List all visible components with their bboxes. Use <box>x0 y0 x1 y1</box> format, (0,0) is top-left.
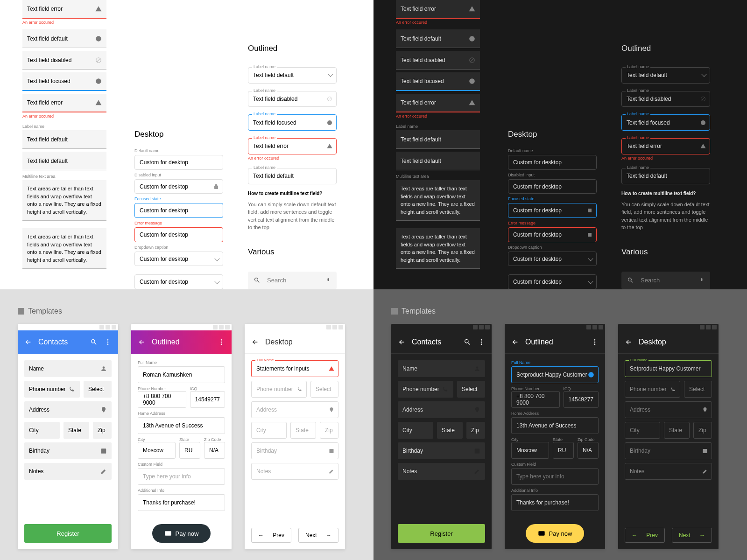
select-dropdown[interactable]: Select <box>310 381 338 398</box>
text-field-error[interactable]: Text field error <box>396 0 480 19</box>
zip-input[interactable]: Zip <box>466 422 485 439</box>
text-field-error[interactable]: Text field error <box>22 94 106 112</box>
outlined-field-error[interactable]: Label nameText field error <box>248 138 337 154</box>
paynow-button[interactable]: Pay now <box>526 524 585 543</box>
arrow-back-icon[interactable] <box>398 338 405 346</box>
notes-input[interactable]: Notes <box>251 463 338 480</box>
desktop-input-focused[interactable]: Custom for desktop <box>508 203 597 218</box>
desktop-input-error[interactable]: Custom for desktop <box>508 227 597 242</box>
address-input[interactable]: 13th Avenue of Success <box>138 417 225 434</box>
more-vert-icon[interactable] <box>478 338 485 346</box>
phone-input[interactable]: Phone number <box>251 381 307 398</box>
outlined-field-error[interactable]: Label nameText field error <box>621 138 710 154</box>
outlined-field-default[interactable]: Label nameText field default <box>248 67 337 84</box>
custom-input[interactable]: Type here your info <box>511 468 599 485</box>
multiline-text-area[interactable]: Text areas are taller than text fields a… <box>22 228 106 269</box>
desktop-input-default[interactable]: Custom for desktop <box>134 155 223 170</box>
notes-input[interactable]: Notes <box>625 463 712 480</box>
state-dropdown[interactable]: State <box>664 422 690 439</box>
city-input[interactable]: City <box>398 422 433 439</box>
arrow-back-icon[interactable] <box>251 338 259 346</box>
clear-icon[interactable] <box>469 78 475 84</box>
text-field-error[interactable]: Text field error <box>22 0 106 19</box>
text-field-default[interactable]: Text field default <box>22 29 106 48</box>
desktop-dropdown[interactable]: Custom for desktop <box>508 274 597 289</box>
address-input[interactable]: Address <box>251 401 338 418</box>
fullname-input[interactable]: Roman Kamushken <box>138 366 225 383</box>
arrow-back-icon[interactable] <box>24 338 32 346</box>
outlined-field-focused[interactable]: Label nameText field focused <box>248 114 337 131</box>
text-field-focused[interactable]: Text field focused <box>22 72 106 91</box>
notes-input[interactable]: Notes <box>398 463 485 480</box>
desktop-input-focused[interactable]: Custom for desktop <box>134 203 223 218</box>
next-button[interactable]: Next → <box>672 528 712 543</box>
icq-input[interactable]: 14549277 <box>190 391 225 408</box>
clear-icon[interactable] <box>700 120 706 126</box>
state-input[interactable]: RU <box>553 442 574 459</box>
register-button[interactable]: Register <box>398 524 485 543</box>
desktop-input-error[interactable]: Custom for desktop <box>134 227 223 242</box>
clear-icon[interactable] <box>327 120 332 126</box>
text-field-error[interactable]: Text field error <box>396 94 480 112</box>
text-field-default[interactable]: Text field default <box>22 152 106 170</box>
search-bar[interactable]: Search <box>248 272 337 289</box>
info-input[interactable]: Thanks for purchase! <box>138 494 225 511</box>
address-input[interactable]: 13th Avenue of Success <box>511 417 599 434</box>
select-dropdown[interactable]: Select <box>84 381 112 398</box>
info-input[interactable]: Thanks for purchase! <box>511 494 599 511</box>
clear-icon[interactable] <box>587 208 592 213</box>
search-icon[interactable] <box>464 338 471 346</box>
city-input[interactable]: City <box>625 422 660 439</box>
notes-input[interactable]: Notes <box>24 463 112 480</box>
zip-input[interactable]: Zip <box>93 422 112 439</box>
fullname-input[interactable]: Full NameStatements for inputs <box>251 360 338 377</box>
multiline-text-area[interactable]: Text areas are taller than text fields a… <box>396 228 480 269</box>
city-input[interactable]: City <box>24 422 60 439</box>
city-input[interactable]: Moscow <box>511 442 549 459</box>
address-input[interactable]: Address <box>625 401 712 418</box>
outlined-field-default[interactable]: Label nameText field default <box>248 168 337 184</box>
clear-icon[interactable] <box>95 35 102 42</box>
arrow-back-icon[interactable] <box>511 338 519 346</box>
text-field-labeled[interactable]: Text field default <box>396 130 480 149</box>
desktop-dropdown[interactable]: Custom for desktop <box>134 252 223 266</box>
state-input[interactable]: RU <box>179 442 200 459</box>
birthday-input[interactable]: Birthday <box>398 442 485 459</box>
clear-icon[interactable] <box>587 232 592 238</box>
register-button[interactable]: Register <box>24 524 112 543</box>
text-field-focused[interactable]: Text field focused <box>396 72 480 91</box>
phone-input[interactable]: Phone number <box>24 381 80 398</box>
multiline-text-area[interactable]: Text areas are taller than text fields a… <box>22 180 106 221</box>
icq-input[interactable]: 14549277 <box>564 391 599 408</box>
address-input[interactable]: Address <box>398 401 485 418</box>
fullname-input[interactable]: Setproduct Happy Customer <box>511 366 599 383</box>
search-bar[interactable]: Search <box>621 272 710 289</box>
mic-icon[interactable] <box>325 277 331 284</box>
prev-button[interactable]: ← Prev <box>251 528 291 543</box>
paynow-button[interactable]: Pay now <box>152 524 211 543</box>
zip-input[interactable]: N/A <box>204 442 225 459</box>
address-input[interactable]: Address <box>24 401 112 418</box>
text-field-default[interactable]: Text field default <box>396 29 480 48</box>
custom-input[interactable]: Type here your info <box>138 468 225 485</box>
phone-input[interactable]: +8 800 700 9000 <box>511 391 560 408</box>
city-input[interactable]: Moscow <box>138 442 176 459</box>
next-button[interactable]: Next → <box>298 528 338 543</box>
more-vert-icon[interactable] <box>591 338 599 346</box>
state-dropdown[interactable]: State <box>63 422 89 439</box>
birthday-input[interactable]: Birthday <box>625 442 712 459</box>
clear-icon[interactable] <box>469 35 475 42</box>
outlined-field-default[interactable]: Label nameText field default <box>621 168 710 184</box>
birthday-input[interactable]: Birthday <box>24 442 112 459</box>
prev-button[interactable]: ← Prev <box>625 528 665 543</box>
city-input[interactable]: City <box>251 422 287 439</box>
name-input[interactable]: Name <box>24 360 112 377</box>
select-dropdown[interactable]: Select <box>457 381 485 398</box>
desktop-dropdown[interactable]: Custom for desktop <box>134 274 223 289</box>
multiline-text-area[interactable]: Text areas are taller than text fields a… <box>396 180 480 221</box>
state-dropdown[interactable]: State <box>290 422 316 439</box>
zip-input[interactable]: N/A <box>578 442 599 459</box>
more-vert-icon[interactable] <box>218 338 225 346</box>
state-dropdown[interactable]: State <box>437 422 463 439</box>
text-field-labeled[interactable]: Text field default <box>22 130 106 149</box>
